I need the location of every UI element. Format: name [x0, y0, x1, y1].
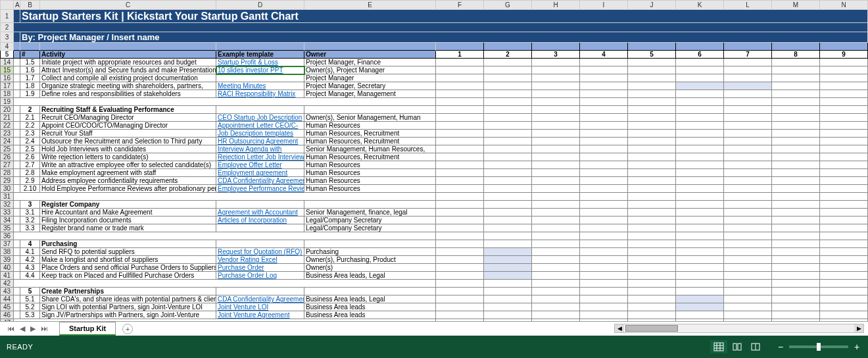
cell[interactable] — [14, 138, 20, 145]
gantt-cell[interactable] — [724, 59, 772, 66]
col-header-L[interactable]: L — [724, 1, 772, 10]
gantt-cell[interactable] — [436, 303, 484, 311]
gantt-cell[interactable] — [484, 240, 532, 248]
gantt-day-1[interactable]: 1 — [436, 51, 484, 59]
gantt-cell[interactable] — [484, 303, 532, 311]
cell[interactable] — [580, 98, 628, 106]
cell[interactable] — [14, 130, 20, 138]
cell-owner[interactable]: Senior Management, Human Resources, — [304, 145, 436, 153]
cell-activity[interactable]: Hire Accountant and Make Agreement — [40, 209, 216, 217]
cell-template[interactable]: Rejection Letter Job Interview — [216, 153, 304, 161]
cell[interactable] — [14, 303, 20, 311]
cell-number[interactable]: 5.2 — [20, 303, 40, 311]
gantt-cell[interactable] — [436, 90, 484, 98]
cell-template[interactable]: Employee Offer Letter — [216, 161, 304, 169]
gantt-cell[interactable] — [484, 201, 532, 209]
gantt-cell[interactable] — [676, 264, 724, 272]
cell[interactable] — [436, 280, 484, 288]
cell[interactable] — [436, 98, 484, 106]
cell-number[interactable]: 2.4 — [20, 138, 40, 145]
gantt-cell[interactable] — [580, 209, 628, 217]
cell-number[interactable]: 1.7 — [20, 74, 40, 82]
row-header[interactable]: 24 — [1, 138, 14, 145]
gantt-cell[interactable] — [436, 311, 484, 319]
cell-activity[interactable]: Keep track on Placed and Fullfilled Purc… — [40, 272, 216, 280]
cell-activity[interactable]: Write an attractive employee offer to se… — [40, 161, 216, 169]
cell-activity[interactable]: Register brand name or trade mark — [40, 224, 216, 232]
gantt-cell[interactable] — [676, 272, 724, 280]
gantt-cell[interactable] — [532, 74, 580, 82]
gantt-cell[interactable] — [532, 256, 580, 264]
gantt-cell[interactable] — [820, 169, 868, 177]
gantt-cell[interactable] — [532, 240, 580, 248]
gantt-cell[interactable] — [532, 82, 580, 90]
gantt-header-blank[interactable] — [676, 43, 724, 51]
gantt-cell[interactable] — [484, 288, 532, 295]
col-header-F[interactable]: F — [436, 1, 484, 10]
row-header[interactable]: 28 — [1, 169, 14, 177]
gantt-cell[interactable] — [532, 217, 580, 224]
cell-activity[interactable]: Sign LOI with potential Partners, sign J… — [40, 303, 216, 311]
cell-owner[interactable] — [304, 240, 436, 248]
cell[interactable] — [14, 161, 20, 169]
gantt-cell[interactable] — [436, 130, 484, 138]
gantt-cell[interactable] — [820, 272, 868, 280]
gantt-cell[interactable] — [772, 224, 820, 232]
gantt-cell[interactable] — [724, 295, 772, 303]
cell[interactable] — [484, 193, 532, 201]
gantt-cell[interactable] — [532, 209, 580, 217]
gantt-cell[interactable] — [436, 177, 484, 185]
gantt-cell[interactable] — [580, 82, 628, 90]
cell[interactable] — [14, 177, 20, 185]
view-page-break-icon[interactable] — [747, 340, 764, 353]
gantt-cell[interactable] — [676, 74, 724, 82]
gantt-day-3[interactable]: 3 — [532, 51, 580, 59]
cell[interactable] — [724, 232, 772, 240]
gantt-cell[interactable] — [676, 248, 724, 256]
cell-number[interactable]: 1.6 — [20, 66, 40, 74]
gantt-cell[interactable] — [436, 240, 484, 248]
cell-owner[interactable]: Human Resources — [304, 177, 436, 185]
cell-number[interactable]: 2.3 — [20, 130, 40, 138]
gantt-cell[interactable] — [628, 66, 676, 74]
gantt-cell[interactable] — [676, 169, 724, 177]
cell-owner[interactable]: Project Manager, Finance — [304, 59, 436, 66]
cell-template[interactable]: Purchase Order Log — [216, 272, 304, 280]
cell-owner[interactable]: Owner(s), Purchasing, Product — [304, 256, 436, 264]
gantt-cell[interactable] — [820, 130, 868, 138]
cell[interactable] — [40, 232, 216, 240]
cell[interactable] — [580, 193, 628, 201]
gantt-cell[interactable] — [772, 59, 820, 66]
gantt-cell[interactable] — [532, 311, 580, 319]
cell-template[interactable]: Request for Quotation (RFQ) — [216, 248, 304, 256]
gantt-cell[interactable] — [628, 114, 676, 122]
cell[interactable] — [724, 280, 772, 288]
gantt-cell[interactable] — [532, 272, 580, 280]
gantt-cell[interactable] — [724, 311, 772, 319]
cell-owner[interactable]: Human Resources — [304, 169, 436, 177]
gantt-header-blank[interactable] — [580, 43, 628, 51]
cell-activity[interactable]: Organize strategic meeting with sharehol… — [40, 82, 216, 90]
add-sheet-button[interactable]: + — [122, 324, 133, 334]
row-header[interactable]: 39 — [1, 256, 14, 264]
cell[interactable] — [14, 224, 20, 232]
gantt-cell[interactable] — [436, 272, 484, 280]
gantt-cell[interactable] — [436, 74, 484, 82]
gantt-cell[interactable] — [436, 114, 484, 122]
col-header-E[interactable]: E — [304, 1, 436, 10]
zoom-slider[interactable] — [789, 345, 848, 348]
cell-activity[interactable]: Share CDA's, and share ideas with potent… — [40, 295, 216, 303]
cell[interactable] — [532, 98, 580, 106]
sheet-tab-startup-kit[interactable]: Startup Kit — [59, 322, 116, 336]
gantt-cell[interactable] — [532, 66, 580, 74]
cell-owner[interactable]: Project Manager, Management — [304, 90, 436, 98]
cell[interactable] — [14, 272, 20, 280]
cell-number[interactable]: 4.2 — [20, 256, 40, 264]
gantt-cell[interactable] — [484, 177, 532, 185]
zoom-in-button[interactable]: + — [852, 342, 861, 352]
cell-template[interactable]: Purchase Order — [216, 264, 304, 272]
row-header[interactable]: 20 — [1, 106, 14, 114]
gantt-cell[interactable] — [676, 224, 724, 232]
cell-template[interactable]: Employment agreement — [216, 169, 304, 177]
row-header[interactable]: 30 — [1, 185, 14, 193]
